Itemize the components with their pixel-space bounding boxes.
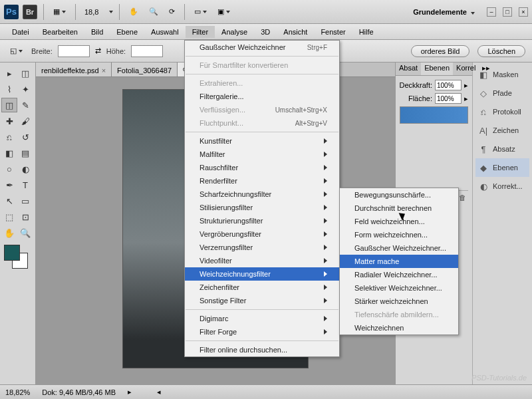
swap-icon[interactable]: ⇄ [95, 47, 101, 55]
move-tool[interactable]: ▸ [1, 66, 17, 80]
chevron-right-icon[interactable]: ▸ [464, 81, 468, 90]
menu-item[interactable]: Malfilter [185, 148, 339, 161]
opacity-input[interactable] [435, 80, 462, 90]
pen-tool[interactable]: ✒ [1, 178, 17, 192]
workspace-switcher[interactable]: Grundelemente [408, 6, 480, 18]
panel-tab-ebenen[interactable]: Ebenen [421, 63, 453, 75]
clear-button[interactable]: Löschen [477, 45, 525, 57]
close-icon[interactable]: × [519, 7, 528, 17]
menu-item[interactable]: Zeichenfilter [185, 281, 339, 294]
menu-bearbeiten[interactable]: Bearbeiten [36, 26, 84, 38]
eraser-tool[interactable]: ◧ [1, 146, 17, 160]
brush-tool[interactable]: 🖌 [17, 114, 33, 128]
front-image-button[interactable]: orderes Bild [411, 45, 470, 57]
bridge-icon[interactable]: Br [23, 5, 37, 19]
menu-filter[interactable]: Filter [186, 26, 215, 38]
height-input[interactable] [131, 45, 163, 57]
collapsed-panel-item[interactable]: ¶Absatz [475, 140, 529, 158]
zoom-value[interactable]: 18,8 [82, 7, 103, 17]
collapsed-panel-item[interactable]: ◐Korrekt... [475, 177, 529, 196]
marquee-tool[interactable]: ◫ [17, 66, 33, 80]
fill-input[interactable] [435, 93, 462, 104]
status-zoom[interactable]: 18,82% [5, 388, 30, 396]
hand-tool[interactable]: ✋ [1, 225, 17, 240]
path-tool[interactable]: ↖ [1, 194, 17, 208]
menu-item[interactable]: Scharfzeichnungsfilter [185, 188, 339, 201]
menu-item[interactable]: Vergröberungsfilter [185, 227, 339, 241]
menu-ansicht[interactable]: Ansicht [277, 26, 314, 38]
chevron-right-icon[interactable]: ▸ [464, 94, 468, 103]
collapsed-panel-item[interactable]: ◆Ebenen [475, 158, 529, 177]
close-icon[interactable]: × [102, 66, 106, 74]
document-tab[interactable]: Fotolia_3066487 [112, 63, 178, 76]
dodge-tool[interactable]: ◐ [17, 162, 33, 176]
menu-item[interactable]: Strukturierungsfilter [185, 214, 339, 227]
minimize-icon[interactable]: – [487, 7, 496, 17]
trash-icon[interactable]: 🗑 [459, 194, 467, 202]
menu-item[interactable]: Verzerrungsfilter [185, 241, 339, 254]
menu-datei[interactable]: Datei [5, 26, 36, 38]
color-swatches[interactable] [1, 245, 33, 271]
collapsed-panel-item[interactable]: ⎌Protokoll [475, 102, 529, 121]
menu-item[interactable]: Videofilter [185, 254, 339, 267]
crop-tool-icon[interactable]: ◱ [7, 45, 26, 57]
menu-bild[interactable]: Bild [84, 26, 110, 38]
crop-tool[interactable]: ◫ [1, 98, 17, 112]
shape-tool[interactable]: ▭ [17, 194, 33, 208]
wand-tool[interactable]: ✦ [17, 82, 33, 96]
zoom-tool[interactable]: 🔍 [17, 225, 33, 240]
type-tool[interactable]: T [17, 178, 33, 192]
zoom-tool-icon[interactable]: 🔍 [146, 5, 162, 18]
hand-tool-icon[interactable]: ✋ [126, 5, 142, 18]
arrange-icon[interactable]: ▭ [191, 5, 210, 18]
menu-item[interactable]: Filtergalerie... [185, 90, 339, 103]
menu-auswahl[interactable]: Auswahl [144, 26, 186, 38]
collapsed-panel-item[interactable]: ◇Pfade [475, 84, 529, 102]
menu-fenster[interactable]: Fenster [314, 26, 352, 38]
menu-item[interactable]: Radialer Weichzeichner... [340, 268, 458, 281]
layout-icon[interactable]: ▦ [50, 5, 69, 18]
menu-item[interactable]: Weichzeichnen [340, 321, 458, 334]
gradient-tool[interactable]: ▤ [17, 146, 33, 160]
menu-item[interactable]: Stilisierungsfilter [185, 201, 339, 214]
document-tab[interactable]: renbildeffekte.psd× [36, 63, 112, 76]
collapsed-panel-item[interactable]: ◧Masken [475, 65, 529, 84]
menu-item[interactable]: Gaußscher Weichzeichner... [340, 241, 458, 255]
eyedropper-tool[interactable]: ✎ [17, 98, 33, 112]
camera-tool[interactable]: ⊡ [17, 209, 33, 224]
rotate-view-icon[interactable]: ⟳ [166, 5, 178, 18]
chevron-right-icon[interactable]: ▸ [128, 388, 132, 396]
menu-item[interactable]: Gaußscher WeichzeichnerStrg+F [185, 41, 339, 54]
menu-item[interactable]: Form weichzeichnen... [340, 228, 458, 241]
menu-3d[interactable]: 3D [254, 26, 277, 38]
lasso-tool[interactable]: ⌇ [1, 82, 17, 96]
width-input[interactable] [58, 45, 90, 57]
panel-tab[interactable]: Absat [396, 63, 421, 75]
menu-item[interactable]: Filter online durchsuchen... [185, 343, 339, 356]
menu-item[interactable]: Filter Forge [185, 325, 339, 338]
collapsed-panel-item[interactable]: A|Zeichen [475, 121, 529, 140]
3d-tool[interactable]: ⬚ [1, 209, 17, 224]
menu-item[interactable]: Renderfilter [185, 174, 339, 188]
stamp-tool[interactable]: ⎌ [1, 130, 17, 144]
menu-item[interactable]: Feld weichzeichnen... [340, 215, 458, 228]
menu-item[interactable]: Digimarc [185, 312, 339, 325]
blur-tool[interactable]: ○ [1, 162, 17, 176]
menu-hilfe[interactable]: Hilfe [352, 26, 380, 38]
menu-analyse[interactable]: Analyse [215, 26, 254, 38]
foreground-color[interactable] [4, 245, 20, 261]
healing-tool[interactable]: ✚ [1, 114, 17, 128]
menu-ebene[interactable]: Ebene [110, 26, 144, 38]
maximize-icon[interactable]: □ [503, 7, 512, 17]
photoshop-icon[interactable]: Ps [4, 5, 19, 19]
menu-item[interactable]: Weichzeichnungsfilter [185, 267, 339, 281]
screen-mode-icon[interactable]: ▣ [214, 5, 233, 18]
menu-item[interactable]: Kunstfilter [185, 134, 339, 148]
menu-item[interactable]: Matter mache [340, 255, 458, 268]
menu-item[interactable]: Selektiver Weichzeichner... [340, 281, 458, 295]
menu-item[interactable]: Bewegungsunschärfe... [340, 188, 458, 201]
scroll-left-icon[interactable]: ◂ [157, 388, 161, 396]
menu-item[interactable]: Sonstige Filter [185, 294, 339, 307]
history-brush[interactable]: ↺ [17, 130, 33, 144]
menu-item[interactable]: Stärker weichzeichnen [340, 295, 458, 308]
